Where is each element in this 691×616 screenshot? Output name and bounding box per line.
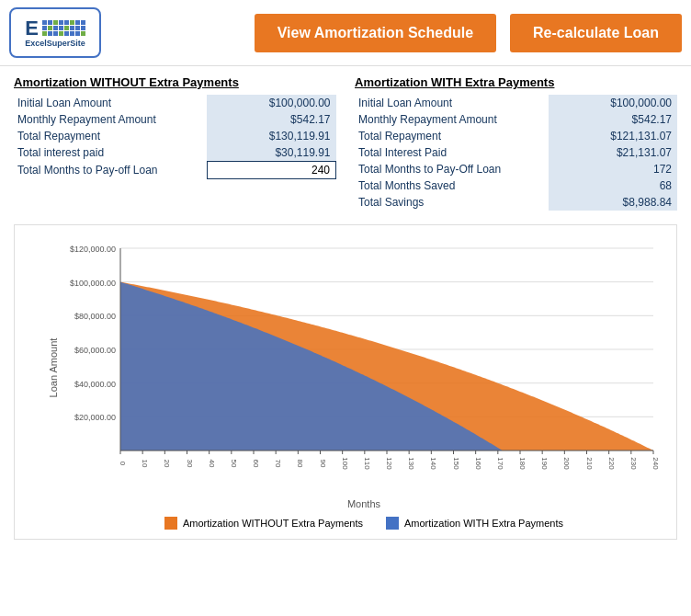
view-amortization-button[interactable]: View Amortization Schedule [255,14,496,52]
chart-container: Loan Amount $20,000.00$40,000.00$60,000.… [14,224,677,540]
legend-color-box [164,517,177,530]
without-extra-data: Initial Loan Amount$100,000.00Monthly Re… [14,95,336,179]
with-extra-value-2: $121,131.07 [549,128,677,144]
without-extra-label-4: Total Months to Pay-off Loan [14,162,207,179]
svg-text:50: 50 [230,460,238,468]
svg-text:220: 220 [607,457,616,470]
svg-text:60: 60 [252,460,260,468]
without-extra-value-2: $130,119.91 [207,128,335,144]
svg-text:0: 0 [119,462,127,466]
svg-text:230: 230 [629,457,638,470]
legend-label: Amortization WITH Extra Payments [404,518,563,529]
legend-label: Amortization WITHOUT Extra Payments [183,518,363,529]
svg-text:140: 140 [429,457,437,470]
svg-text:30: 30 [186,460,194,468]
svg-text:190: 190 [540,457,549,470]
svg-text:210: 210 [585,457,594,470]
svg-text:160: 160 [474,457,482,470]
logo-site-name: ExcelSuperSite [25,39,85,48]
with-extra-label-0: Initial Loan Amount [355,95,549,111]
logo: E [9,7,101,58]
legend-item: Amortization WITH Extra Payments [386,517,563,530]
svg-text:70: 70 [274,460,282,468]
logo-letter: E [25,18,39,39]
chart-svg: $20,000.00$40,000.00$60,000.00$80,000.00… [61,239,667,496]
without-extra-title: Amortization WITHOUT Extra Payments [14,75,336,89]
with-extra-value-0: $100,000.00 [549,95,677,111]
legend-color-box [386,517,399,530]
svg-text:$40,000.00: $40,000.00 [74,380,116,389]
main-content: Amortization WITHOUT Extra Payments Init… [0,66,691,549]
with-extra-value-1: $542.17 [549,111,677,128]
with-extra-table: Amortization WITH Extra Payments Initial… [355,75,677,211]
without-extra-value-4: 240 [207,162,335,179]
svg-text:10: 10 [141,460,149,468]
svg-text:110: 110 [363,457,371,470]
logo-pixels [42,20,85,36]
with-extra-value-5: 68 [549,177,677,194]
without-extra-value-1: $542.17 [207,111,335,128]
y-axis-label: Loan Amount [48,338,59,398]
tables-row: Amortization WITHOUT Extra Payments Init… [14,75,677,211]
svg-text:200: 200 [562,457,571,470]
with-extra-label-1: Monthly Repayment Amount [355,111,549,128]
without-extra-value-0: $100,000.00 [207,95,335,111]
svg-text:40: 40 [208,460,216,468]
without-extra-label-3: Total interest paid [14,144,207,162]
svg-text:80: 80 [296,460,304,468]
header-buttons: View Amortization Schedule Re-calculate … [255,14,682,52]
with-extra-value-3: $21,131.07 [549,144,677,161]
without-extra-label-2: Total Repayment [14,128,207,144]
without-extra-label-0: Initial Loan Amount [14,95,207,111]
svg-text:150: 150 [452,457,460,470]
svg-text:$100,000.00: $100,000.00 [70,279,116,288]
recalculate-loan-button[interactable]: Re-calculate Loan [510,14,682,52]
without-extra-value-3: $30,119.91 [207,144,335,162]
svg-text:$120,000.00: $120,000.00 [70,245,116,254]
svg-text:90: 90 [319,460,327,468]
without-extra-table: Amortization WITHOUT Extra Payments Init… [14,75,336,211]
svg-text:20: 20 [163,460,171,468]
svg-text:240: 240 [651,457,660,470]
svg-text:$80,000.00: $80,000.00 [74,312,116,321]
with-extra-value-4: 172 [549,161,677,177]
with-extra-label-2: Total Repayment [355,128,549,144]
header: E [0,0,691,66]
svg-text:130: 130 [407,457,415,470]
legend-item: Amortization WITHOUT Extra Payments [164,517,363,530]
svg-text:100: 100 [341,457,349,470]
with-extra-label-5: Total Months Saved [355,177,549,194]
svg-text:$20,000.00: $20,000.00 [74,413,116,422]
x-axis-label: Months [61,498,667,509]
svg-text:$60,000.00: $60,000.00 [74,346,116,355]
with-extra-data: Initial Loan Amount$100,000.00Monthly Re… [355,95,677,211]
chart-area: Loan Amount $20,000.00$40,000.00$60,000.… [61,239,667,496]
svg-text:120: 120 [385,457,393,470]
with-extra-title: Amortization WITH Extra Payments [355,75,677,89]
without-extra-label-1: Monthly Repayment Amount [14,111,207,128]
with-extra-label-6: Total Savings [355,194,549,211]
with-extra-value-6: $8,988.84 [549,194,677,211]
chart-legend: Amortization WITHOUT Extra PaymentsAmort… [61,517,667,530]
with-extra-label-4: Total Months to Pay-Off Loan [355,161,549,177]
svg-text:170: 170 [496,457,504,470]
svg-text:180: 180 [518,457,527,470]
with-extra-label-3: Total Interest Paid [355,144,549,161]
